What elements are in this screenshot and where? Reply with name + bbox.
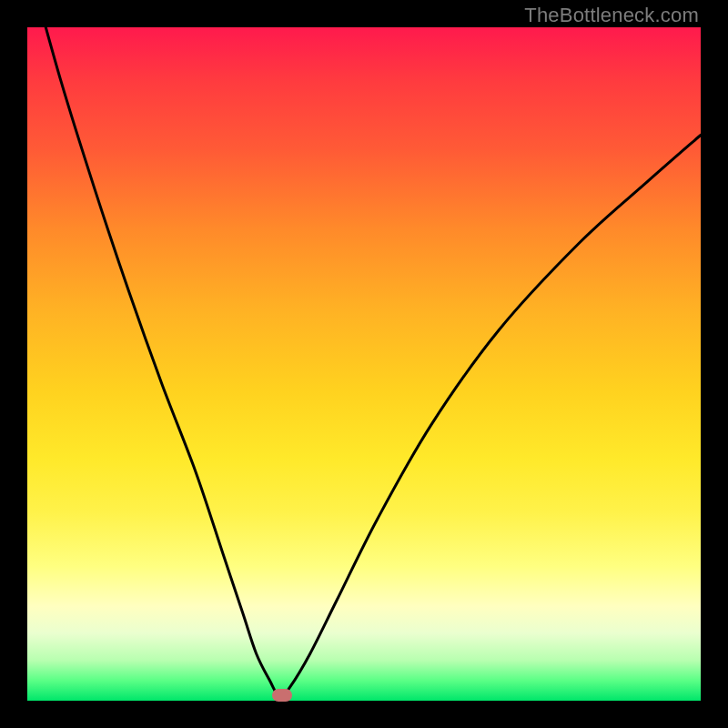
chart-frame: TheBottleneck.com xyxy=(0,0,728,728)
watermark-text: TheBottleneck.com xyxy=(524,4,699,27)
plot-area xyxy=(27,27,701,701)
bottleneck-curve xyxy=(27,27,701,701)
optimum-marker xyxy=(272,689,292,702)
